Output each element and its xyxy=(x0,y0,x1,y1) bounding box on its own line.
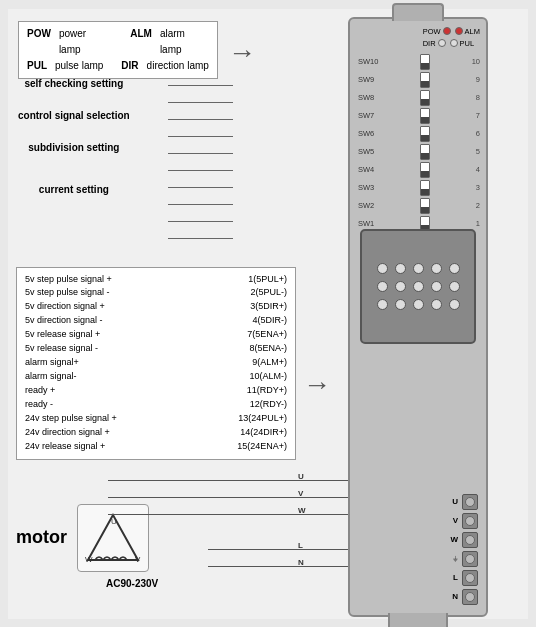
sw2-btn xyxy=(420,198,430,214)
dip-sw3-row: SW3 3 xyxy=(358,180,480,196)
db15-pin-15 xyxy=(449,299,460,310)
db15-pin-12 xyxy=(395,299,406,310)
dip-sw6-row: SW6 6 xyxy=(358,126,480,142)
sw5-btn xyxy=(420,144,430,160)
db15-pin-1 xyxy=(377,263,388,274)
db15-row-2 xyxy=(377,281,460,292)
db15-pin-11 xyxy=(377,299,388,310)
sw1-label: SW1 xyxy=(358,219,374,228)
db15-pin-2 xyxy=(395,263,406,274)
signal-pin-11: 14(24DIR+) xyxy=(240,426,287,440)
alm-label: alarm lamp xyxy=(160,26,209,58)
terminal-u-label: U xyxy=(452,497,458,506)
motor-triangle-svg: W V U xyxy=(83,510,143,565)
signal-list-box: 5v step pulse signal + 1(5PUL+) 5v step … xyxy=(16,267,296,460)
sw6-num: 6 xyxy=(476,129,480,138)
signal-pin-10: 13(24PUL+) xyxy=(238,412,287,426)
db15-pin-5 xyxy=(449,263,460,274)
signal-name-4: 5v release signal + xyxy=(25,328,243,342)
signal-row-6: alarm signal+ 9(ALM+) xyxy=(25,356,287,370)
subdivision-label: subdivision setting xyxy=(18,141,130,155)
terminal-w-row: W xyxy=(358,532,478,548)
dip-sw7-row: SW7 7 xyxy=(358,108,480,124)
dip-sw10-row: SW10 10 xyxy=(358,54,480,70)
signal-name-3: 5v direction signal - xyxy=(25,314,248,328)
db15-arrow: → xyxy=(303,369,331,401)
db15-pin-13 xyxy=(413,299,424,310)
terminal-n-row: N xyxy=(358,589,478,605)
top-notch xyxy=(392,3,444,21)
line-sw6 xyxy=(168,153,233,154)
alm-text: ALM xyxy=(465,27,480,36)
signal-name-11: 24v direction signal + xyxy=(25,426,236,440)
line-sw1 xyxy=(168,238,233,239)
sw6-label: SW6 xyxy=(358,129,374,138)
legend-box: POW power lamp ALM alarm lamp PUL pulse … xyxy=(18,21,218,79)
db15-pin-8 xyxy=(413,281,424,292)
svg-text:U: U xyxy=(111,517,117,526)
settings-labels: self checking setting control signal sel… xyxy=(18,77,130,197)
sw4-label: SW4 xyxy=(358,165,374,174)
alm-abbr: ALM xyxy=(130,26,152,58)
alm-lamp xyxy=(455,27,463,35)
signal-name-1: 5v step pulse signal - xyxy=(25,286,246,300)
svg-text:W: W xyxy=(85,555,93,564)
sw7-btn xyxy=(420,108,430,124)
signal-row-1: 5v step pulse signal - 2(5PUL-) xyxy=(25,286,287,300)
signal-row-10: 24v step pulse signal + 13(24PUL+) xyxy=(25,412,287,426)
signal-pin-9: 12(RDY-) xyxy=(250,398,287,412)
main-layout: POW power lamp ALM alarm lamp PUL pulse … xyxy=(8,9,528,619)
sw9-num: 9 xyxy=(476,75,480,84)
dir-text: DIR xyxy=(423,39,436,48)
signal-pin-1: 2(5PUL-) xyxy=(250,286,287,300)
terminal-w-label: W xyxy=(450,535,458,544)
dip-sw2-row: SW2 2 xyxy=(358,198,480,214)
sw10-label: SW10 xyxy=(358,57,378,66)
pow-lamp xyxy=(443,27,451,35)
ac-label: AC90-230V xyxy=(106,578,158,589)
terminal-w xyxy=(462,532,478,548)
wire-u-label: U xyxy=(298,472,304,481)
pul-lamp xyxy=(450,39,458,47)
pul-label: pulse lamp xyxy=(55,58,103,74)
terminal-w-screw xyxy=(465,535,475,545)
sw3-btn xyxy=(420,180,430,196)
dir-abbr: DIR xyxy=(121,58,138,74)
terminal-gnd-label: ⏚ xyxy=(453,554,458,563)
terminal-l-row: L xyxy=(358,570,478,586)
terminal-gnd-row: ⏚ xyxy=(358,551,478,567)
terminal-l-label: L xyxy=(453,573,458,582)
signal-row-2: 5v direction signal + 3(5DIR+) xyxy=(25,300,287,314)
pow-abbr: POW xyxy=(27,26,51,58)
signal-row-12: 24v release signal + 15(24ENA+) xyxy=(25,440,287,454)
signal-name-0: 5v step pulse signal + xyxy=(25,273,244,287)
terminal-n-screw xyxy=(465,592,475,602)
legend-arrow: → xyxy=(228,37,256,69)
signal-name-8: ready + xyxy=(25,384,243,398)
line-control xyxy=(168,102,233,103)
motor-section: motor W V U AC90-230V xyxy=(16,504,158,589)
motor-label: motor xyxy=(16,527,67,548)
sw7-num: 7 xyxy=(476,111,480,120)
lamp-row-dir-pul: DIR PUL xyxy=(423,39,480,48)
dir-label: direction lamp xyxy=(147,58,209,74)
signal-pin-3: 4(5DIR-) xyxy=(252,314,287,328)
sw10-btn xyxy=(420,54,430,70)
sw8-btn xyxy=(420,90,430,106)
sw6-btn xyxy=(420,126,430,142)
dip-sw9-row: SW9 9 xyxy=(358,72,480,88)
pul-abbr: PUL xyxy=(27,58,47,74)
signal-pin-4: 7(5ENA+) xyxy=(247,328,287,342)
sw2-num: 2 xyxy=(476,201,480,210)
wire-l-label: L xyxy=(298,541,303,550)
bottom-notch xyxy=(388,613,448,628)
sw4-num: 4 xyxy=(476,165,480,174)
lamps-area: POW ALM DIR PUL xyxy=(423,27,480,48)
dip-sw4-row: SW4 4 xyxy=(358,162,480,178)
signal-pin-5: 8(5ENA-) xyxy=(249,342,287,356)
signal-row-4: 5v release signal + 7(5ENA+) xyxy=(25,328,287,342)
sw8-num: 8 xyxy=(476,93,480,102)
current-setting-label: current setting xyxy=(18,183,130,197)
dip-sw8-row: SW8 8 xyxy=(358,90,480,106)
sw2-label: SW2 xyxy=(358,201,374,210)
